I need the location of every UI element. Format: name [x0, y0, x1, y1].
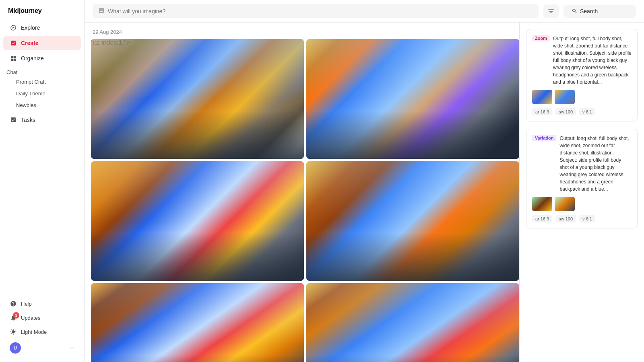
grid-icon — [10, 55, 17, 62]
sidebar-sub-item-prompt-craft[interactable]: Prompt Craft — [3, 76, 81, 87]
variation-thumb-2[interactable] — [555, 197, 575, 211]
explore-label: Explore — [21, 25, 40, 31]
image-cell-3[interactable] — [91, 161, 304, 281]
panel-card-variation: Variation Output: long shot, full body s… — [526, 129, 638, 228]
sun-icon — [10, 328, 17, 335]
zoom-meta-sw: sw 100 — [555, 108, 576, 115]
image-grid-row-3 — [91, 283, 519, 362]
zoom-thumb-1[interactable] — [532, 90, 552, 104]
zoom-meta-ar: ar 16:9 — [532, 108, 552, 115]
search-button[interactable]: Search — [564, 5, 636, 18]
main-content: Search 29 Aug 2024 ');z-index:1;"> — [85, 0, 644, 362]
help-label: Help — [21, 301, 32, 307]
image-cell-1[interactable]: ');z-index:1;"> — [91, 39, 304, 159]
chat-section-label: Chat — [0, 66, 84, 76]
zoom-meta-v: v 6.1 — [579, 108, 595, 115]
variation-meta: ar 16:9 sw 100 v 6.1 — [532, 215, 632, 222]
image-icon — [98, 7, 105, 15]
image-cell-2[interactable] — [306, 39, 519, 159]
sidebar-bottom-light-mode[interactable]: Light Mode — [3, 325, 81, 339]
sidebar-bottom-help[interactable]: Help — [3, 297, 81, 311]
prompt-input[interactable] — [108, 8, 533, 14]
prompt-craft-label: Prompt Craft — [16, 79, 46, 85]
prompt-input-wrapper — [93, 4, 539, 18]
user-more-button[interactable]: ··· — [69, 344, 74, 352]
newbies-label: Newbies — [16, 102, 36, 108]
variation-thumb-1[interactable] — [532, 197, 552, 211]
app-logo: Midjourney — [0, 0, 84, 20]
panel-card-zoom: Zoom Output: long shot, full body shot, … — [526, 29, 638, 121]
side-panel: Zoom Output: long shot, full body shot, … — [519, 23, 644, 362]
sidebar-nav-explore[interactable]: Explore — [3, 21, 81, 35]
updates-badge: 1 — [13, 312, 19, 319]
organize-label: Organize — [21, 55, 44, 62]
panel-card-variation-header: Variation Output: long shot, full body s… — [532, 135, 632, 193]
image-cell-4[interactable] — [306, 161, 519, 281]
tasks-label: Tasks — [21, 117, 35, 123]
zoom-meta: ar 16:9 sw 100 v 6.1 — [532, 108, 632, 115]
image-cell-6[interactable] — [306, 283, 519, 362]
daily-theme-label: Daily Theme — [16, 90, 45, 97]
sidebar-nav-organize[interactable]: Organize — [3, 51, 81, 66]
image-cell-5[interactable] — [91, 283, 304, 362]
light-mode-label: Light Mode — [21, 329, 47, 335]
variation-meta-sw: sw 100 — [555, 215, 576, 222]
variation-thumbs — [532, 197, 632, 211]
zoom-thumb-2[interactable] — [555, 90, 575, 104]
create-label: Create — [21, 40, 39, 46]
compass-icon — [10, 24, 17, 31]
sidebar-sub-item-newbies[interactable]: Newbies — [3, 100, 81, 111]
sidebar-nav-create[interactable]: Create — [3, 36, 81, 50]
topbar: Search — [85, 0, 644, 23]
zoom-thumbs — [532, 90, 632, 104]
sidebar-bottom-updates[interactable]: 1 Updates — [3, 311, 81, 325]
user-initials: U — [14, 346, 17, 350]
user-row: U ··· — [3, 339, 81, 357]
variation-meta-v: v 6.1 — [579, 215, 595, 222]
help-icon — [10, 300, 17, 307]
panel-card-zoom-header: Zoom Output: long shot, full body shot, … — [532, 35, 632, 86]
updates-label: Updates — [21, 315, 40, 321]
variation-tag: Variation — [532, 135, 556, 141]
search-label: Search — [580, 8, 598, 14]
sidebar-sub-item-daily-theme[interactable]: Daily Theme — [3, 88, 81, 99]
zoom-description: Output: long shot, full body shot, wide … — [553, 35, 632, 86]
image-grid-section: 29 Aug 2024 ');z-index:1;"> — [85, 23, 519, 362]
filter-button[interactable] — [543, 4, 559, 18]
content-area: 29 Aug 2024 ');z-index:1;"> — [85, 23, 644, 362]
sidebar-nav-tasks[interactable]: Tasks — [3, 113, 81, 127]
sidebar: Midjourney Explore Create Organize Chat … — [0, 0, 85, 362]
avatar[interactable]: U — [10, 342, 21, 354]
zoom-tag: Zoom — [532, 35, 550, 41]
image-grid-row-1: ');z-index:1;"> — [91, 39, 519, 159]
variation-description: Output: long shot, full body shot, wide … — [559, 135, 632, 193]
create-icon — [10, 39, 17, 47]
date-label: 29 Aug 2024 — [91, 29, 519, 35]
sidebar-bottom: Help 1 Updates Light Mode U ··· — [0, 293, 84, 362]
variation-meta-ar: ar 16:9 — [532, 215, 552, 222]
tasks-icon — [10, 116, 17, 123]
updates-icon: 1 — [10, 314, 17, 321]
image-grid-row-2 — [91, 161, 519, 281]
